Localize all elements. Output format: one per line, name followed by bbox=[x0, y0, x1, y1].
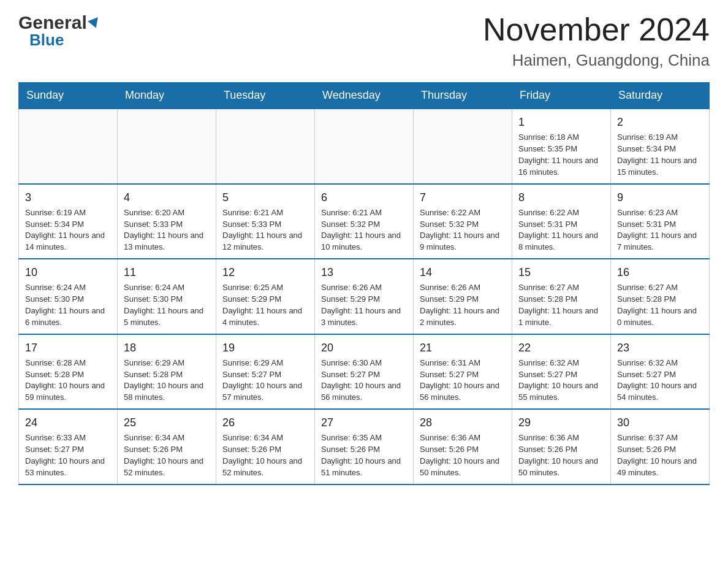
calendar-cell: 29Sunrise: 6:36 AM Sunset: 5:26 PM Dayli… bbox=[512, 409, 611, 484]
day-number: 6 bbox=[321, 190, 407, 205]
day-of-week-header: Tuesday bbox=[216, 83, 315, 109]
calendar-cell: 8Sunrise: 6:22 AM Sunset: 5:31 PM Daylig… bbox=[512, 184, 611, 259]
day-number: 24 bbox=[25, 415, 111, 431]
day-info: Sunrise: 6:32 AM Sunset: 5:27 PM Dayligh… bbox=[518, 358, 604, 404]
calendar-week-row: 17Sunrise: 6:28 AM Sunset: 5:28 PM Dayli… bbox=[19, 334, 710, 409]
day-number: 29 bbox=[518, 415, 604, 431]
day-number: 9 bbox=[617, 190, 703, 205]
day-number: 14 bbox=[420, 264, 506, 280]
calendar-cell: 16Sunrise: 6:27 AM Sunset: 5:28 PM Dayli… bbox=[611, 259, 710, 334]
day-of-week-header: Friday bbox=[512, 83, 611, 109]
day-info: Sunrise: 6:29 AM Sunset: 5:28 PM Dayligh… bbox=[124, 358, 210, 404]
day-number: 23 bbox=[617, 340, 703, 356]
day-of-week-header: Sunday bbox=[19, 83, 118, 109]
day-number: 5 bbox=[222, 190, 308, 205]
day-number: 16 bbox=[617, 264, 703, 280]
day-info: Sunrise: 6:27 AM Sunset: 5:28 PM Dayligh… bbox=[617, 282, 703, 328]
day-info: Sunrise: 6:23 AM Sunset: 5:31 PM Dayligh… bbox=[617, 207, 703, 253]
calendar-cell: 15Sunrise: 6:27 AM Sunset: 5:28 PM Dayli… bbox=[512, 259, 611, 334]
day-info: Sunrise: 6:21 AM Sunset: 5:33 PM Dayligh… bbox=[222, 207, 308, 253]
calendar-cell: 2Sunrise: 6:19 AM Sunset: 5:34 PM Daylig… bbox=[611, 109, 710, 183]
day-info: Sunrise: 6:37 AM Sunset: 5:26 PM Dayligh… bbox=[617, 432, 703, 478]
calendar-cell: 4Sunrise: 6:20 AM Sunset: 5:33 PM Daylig… bbox=[118, 184, 216, 259]
calendar-cell: 18Sunrise: 6:29 AM Sunset: 5:28 PM Dayli… bbox=[118, 334, 216, 409]
day-info: Sunrise: 6:24 AM Sunset: 5:30 PM Dayligh… bbox=[124, 282, 210, 328]
day-info: Sunrise: 6:25 AM Sunset: 5:29 PM Dayligh… bbox=[222, 282, 308, 328]
day-number: 27 bbox=[321, 415, 407, 431]
day-info: Sunrise: 6:32 AM Sunset: 5:27 PM Dayligh… bbox=[617, 358, 703, 404]
day-number: 11 bbox=[124, 264, 210, 280]
day-number: 17 bbox=[25, 340, 111, 356]
title-area: November 2024 Haimen, Guangdong, China bbox=[483, 12, 710, 70]
calendar-cell: 28Sunrise: 6:36 AM Sunset: 5:26 PM Dayli… bbox=[414, 409, 512, 484]
logo-general: General bbox=[18, 12, 87, 33]
day-info: Sunrise: 6:19 AM Sunset: 5:34 PM Dayligh… bbox=[25, 207, 111, 253]
calendar-cell: 23Sunrise: 6:32 AM Sunset: 5:27 PM Dayli… bbox=[611, 334, 710, 409]
day-number: 4 bbox=[124, 190, 210, 205]
day-info: Sunrise: 6:20 AM Sunset: 5:33 PM Dayligh… bbox=[124, 207, 210, 253]
day-info: Sunrise: 6:34 AM Sunset: 5:26 PM Dayligh… bbox=[124, 432, 210, 478]
day-number: 25 bbox=[124, 415, 210, 431]
calendar-cell: 26Sunrise: 6:34 AM Sunset: 5:26 PM Dayli… bbox=[216, 409, 315, 484]
day-number: 10 bbox=[25, 264, 111, 280]
day-number: 12 bbox=[222, 264, 308, 280]
calendar-cell: 10Sunrise: 6:24 AM Sunset: 5:30 PM Dayli… bbox=[19, 259, 118, 334]
day-number: 3 bbox=[25, 190, 111, 205]
day-number: 15 bbox=[518, 264, 604, 280]
calendar-cell: 27Sunrise: 6:35 AM Sunset: 5:26 PM Dayli… bbox=[315, 409, 414, 484]
day-number: 21 bbox=[420, 340, 506, 356]
day-number: 13 bbox=[321, 264, 407, 280]
day-number: 22 bbox=[518, 340, 604, 356]
calendar-cell: 9Sunrise: 6:23 AM Sunset: 5:31 PM Daylig… bbox=[611, 184, 710, 259]
calendar-cell: 17Sunrise: 6:28 AM Sunset: 5:28 PM Dayli… bbox=[19, 334, 118, 409]
day-info: Sunrise: 6:33 AM Sunset: 5:27 PM Dayligh… bbox=[25, 432, 111, 478]
calendar-cell: 6Sunrise: 6:21 AM Sunset: 5:32 PM Daylig… bbox=[315, 184, 414, 259]
calendar-table: SundayMondayTuesdayWednesdayThursdayFrid… bbox=[18, 82, 710, 484]
day-of-week-header: Saturday bbox=[611, 83, 710, 109]
calendar-cell bbox=[315, 109, 414, 183]
calendar-cell: 14Sunrise: 6:26 AM Sunset: 5:29 PM Dayli… bbox=[414, 259, 512, 334]
day-number: 8 bbox=[518, 190, 604, 205]
calendar-week-row: 1Sunrise: 6:18 AM Sunset: 5:35 PM Daylig… bbox=[19, 109, 710, 183]
day-info: Sunrise: 6:30 AM Sunset: 5:27 PM Dayligh… bbox=[321, 358, 407, 404]
calendar-cell: 11Sunrise: 6:24 AM Sunset: 5:30 PM Dayli… bbox=[118, 259, 216, 334]
day-info: Sunrise: 6:31 AM Sunset: 5:27 PM Dayligh… bbox=[420, 358, 506, 404]
day-info: Sunrise: 6:28 AM Sunset: 5:28 PM Dayligh… bbox=[25, 358, 111, 404]
calendar-cell bbox=[216, 109, 315, 183]
main-title: November 2024 bbox=[483, 12, 710, 47]
calendar-cell bbox=[19, 109, 118, 183]
day-info: Sunrise: 6:24 AM Sunset: 5:30 PM Dayligh… bbox=[25, 282, 111, 328]
logo-triangle-icon bbox=[88, 17, 101, 29]
calendar-cell: 21Sunrise: 6:31 AM Sunset: 5:27 PM Dayli… bbox=[414, 334, 512, 409]
day-of-week-header: Wednesday bbox=[315, 83, 414, 109]
calendar-week-row: 24Sunrise: 6:33 AM Sunset: 5:27 PM Dayli… bbox=[19, 409, 710, 484]
day-number: 19 bbox=[222, 340, 308, 356]
calendar-cell: 5Sunrise: 6:21 AM Sunset: 5:33 PM Daylig… bbox=[216, 184, 315, 259]
day-info: Sunrise: 6:36 AM Sunset: 5:26 PM Dayligh… bbox=[518, 432, 604, 478]
day-number: 18 bbox=[124, 340, 210, 356]
day-info: Sunrise: 6:26 AM Sunset: 5:29 PM Dayligh… bbox=[321, 282, 407, 328]
day-number: 28 bbox=[420, 415, 506, 431]
calendar-cell: 12Sunrise: 6:25 AM Sunset: 5:29 PM Dayli… bbox=[216, 259, 315, 334]
day-number: 30 bbox=[617, 415, 703, 431]
logo: General Blue bbox=[18, 12, 100, 50]
day-number: 20 bbox=[321, 340, 407, 356]
day-of-week-header: Thursday bbox=[414, 83, 512, 109]
calendar-cell bbox=[118, 109, 216, 183]
day-info: Sunrise: 6:36 AM Sunset: 5:26 PM Dayligh… bbox=[420, 432, 506, 478]
day-info: Sunrise: 6:18 AM Sunset: 5:35 PM Dayligh… bbox=[518, 132, 604, 178]
calendar-cell bbox=[414, 109, 512, 183]
calendar-cell: 13Sunrise: 6:26 AM Sunset: 5:29 PM Dayli… bbox=[315, 259, 414, 334]
calendar-cell: 3Sunrise: 6:19 AM Sunset: 5:34 PM Daylig… bbox=[19, 184, 118, 259]
calendar-week-row: 3Sunrise: 6:19 AM Sunset: 5:34 PM Daylig… bbox=[19, 184, 710, 259]
calendar-cell: 19Sunrise: 6:29 AM Sunset: 5:27 PM Dayli… bbox=[216, 334, 315, 409]
day-info: Sunrise: 6:29 AM Sunset: 5:27 PM Dayligh… bbox=[222, 358, 308, 404]
day-number: 1 bbox=[518, 114, 604, 130]
subtitle: Haimen, Guangdong, China bbox=[483, 51, 710, 70]
calendar-cell: 7Sunrise: 6:22 AM Sunset: 5:32 PM Daylig… bbox=[414, 184, 512, 259]
day-of-week-header: Monday bbox=[118, 83, 216, 109]
calendar-cell: 30Sunrise: 6:37 AM Sunset: 5:26 PM Dayli… bbox=[611, 409, 710, 484]
calendar-cell: 24Sunrise: 6:33 AM Sunset: 5:27 PM Dayli… bbox=[19, 409, 118, 484]
calendar-header-row: SundayMondayTuesdayWednesdayThursdayFrid… bbox=[19, 83, 710, 109]
logo-blue: Blue bbox=[29, 31, 100, 50]
